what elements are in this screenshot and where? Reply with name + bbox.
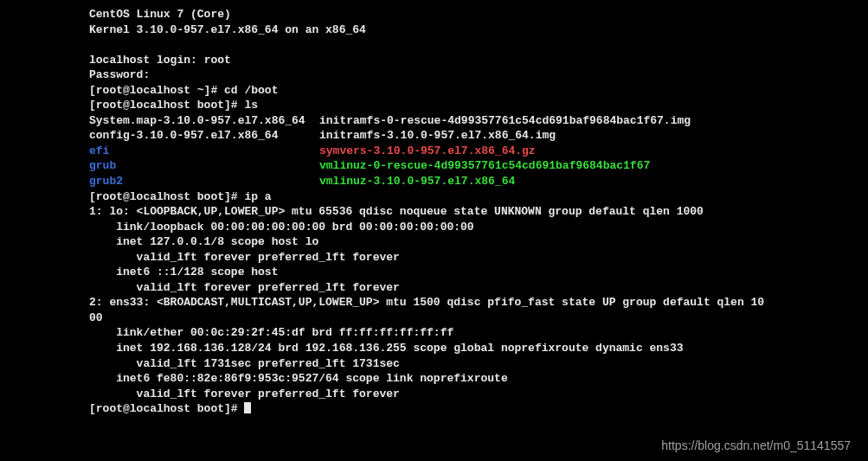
os-banner-line2: Kernel 3.10.0-957.el7.x86_64 on an x86_6… [89, 22, 833, 38]
ip-output-line: 1: lo: <LOOPBACK,UP,LOWER_UP> mtu 65536 … [89, 204, 833, 220]
command-ip: ip a [244, 190, 271, 203]
ip-output-line: valid_lft 1731sec preferred_lft 1731sec [89, 356, 833, 372]
shell-prompt: [root@localhost boot]# [89, 190, 244, 203]
file-config: config-3.10.0-957.el7.x86_64 [89, 128, 319, 144]
os-banner-line1: CentOS Linux 7 (Core) [89, 7, 833, 22]
login-user: root [204, 54, 231, 67]
watermark-url: https://blog.csdn.net/m0_51141557 [661, 438, 851, 454]
ls-row: grubvmlinuz-0-rescue-4d99357761c54cd691b… [89, 158, 833, 174]
active-prompt-line[interactable]: [root@localhost boot]# [89, 401, 833, 417]
ip-output-line: inet6 ::1/128 scope host [89, 265, 833, 280]
file-symvers: symvers-3.10.0-957.el7.x86_64.gz [319, 144, 536, 157]
ip-output-line: 00 [89, 311, 833, 326]
ip-output-line: valid_lft forever preferred_lft forever [89, 250, 833, 266]
command-ls: ls [244, 99, 258, 112]
shell-prompt: [root@localhost boot]# [89, 99, 244, 112]
ls-row: grub2vmlinuz-3.10.0-957.el7.x86_64 [89, 174, 833, 189]
ls-row: efisymvers-3.10.0-957.el7.x86_64.gz [89, 144, 833, 159]
login-prompt: localhost login: [89, 54, 204, 67]
command-cd: cd /boot [224, 84, 278, 97]
cursor-icon [244, 402, 251, 413]
file-vmlinuz-rescue: vmlinuz-0-rescue-4d99357761c54cd691baf96… [319, 159, 650, 172]
dir-grub: grub [89, 158, 319, 174]
ip-output-line: inet6 fe80::82e:86f9:953c:9527/64 scope … [89, 371, 833, 387]
ls-row: config-3.10.0-957.el7.x86_64initramfs-3.… [89, 128, 833, 144]
ip-output-line: link/ether 00:0c:29:2f:45:df brd ff:ff:f… [89, 325, 833, 341]
ip-output-line: inet 192.168.136.128/24 brd 192.168.136.… [89, 341, 833, 356]
terminal[interactable]: CentOS Linux 7 (Core) Kernel 3.10.0-957.… [89, 7, 833, 417]
login-prompt-line: localhost login: root [89, 53, 833, 68]
file-system-map: System.map-3.10.0-957.el7.x86_64 [89, 113, 319, 129]
ip-output-line: 2: ens33: <BROADCAST,MULTICAST,UP,LOWER_… [89, 295, 833, 311]
ip-output-line: valid_lft forever preferred_lft forever [89, 280, 833, 296]
file-initramfs-rescue: initramfs-0-rescue-4d99357761c54cd691baf… [319, 114, 691, 127]
shell-prompt: [root@localhost ~]# [89, 84, 224, 97]
password-prompt: Password: [89, 67, 833, 83]
file-vmlinuz: vmlinuz-3.10.0-957.el7.x86_64 [319, 175, 515, 188]
ip-output-line: link/loopback 00:00:00:00:00:00 brd 00:0… [89, 220, 833, 235]
file-initramfs: initramfs-3.10.0-957.el7.x86_64.img [319, 129, 556, 142]
ip-output-line: inet 127.0.0.1/8 scope host lo [89, 234, 833, 250]
ls-row: System.map-3.10.0-957.el7.x86_64initramf… [89, 113, 833, 129]
shell-prompt: [root@localhost boot]# [89, 402, 244, 415]
ip-output-line: valid_lft forever preferred_lft forever [89, 387, 833, 402]
dir-grub2: grub2 [89, 174, 319, 189]
dir-efi: efi [89, 144, 319, 159]
